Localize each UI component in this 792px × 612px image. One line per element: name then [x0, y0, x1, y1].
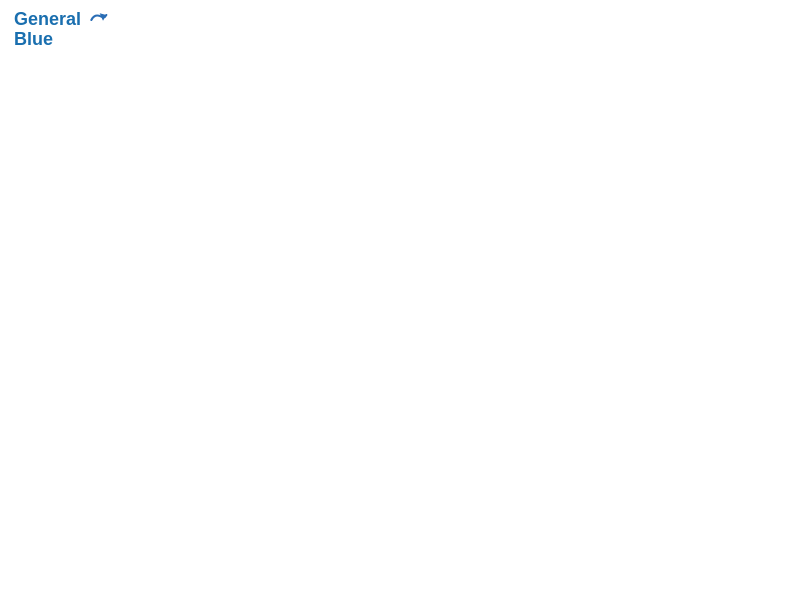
logo: General Blue [14, 10, 108, 50]
logo-text2: Blue [14, 30, 108, 50]
logo-text: General [14, 10, 108, 30]
page-header: General Blue [10, 10, 782, 50]
